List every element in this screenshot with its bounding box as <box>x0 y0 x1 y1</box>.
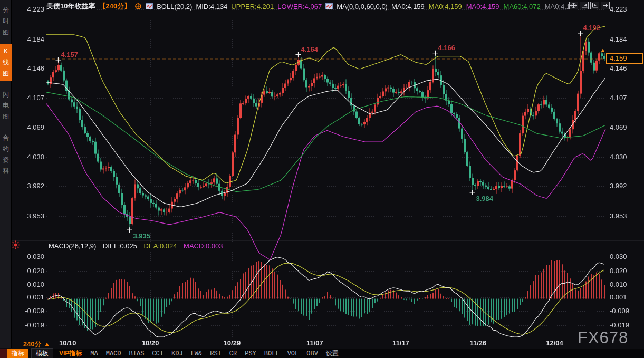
macd-axis-tick: 0.020 <box>610 267 627 275</box>
corner-icon <box>0 349 7 358</box>
chart-control-icons <box>569 2 610 9</box>
target-icon[interactable] <box>134 3 142 10</box>
toolbar-button-9[interactable]: LW& <box>188 350 205 358</box>
macd-axis-tick: 0.020 <box>21 267 44 275</box>
ma-value: MA0:4.159 <box>466 3 499 11</box>
boll-lower-value: LOWER:4.067 <box>277 3 322 11</box>
boll-label: BOLL(20,2) <box>157 3 192 11</box>
y-axis-tick: 4.223 <box>21 5 44 13</box>
watermark: FX678 <box>578 328 628 347</box>
y-axis-tick: 4.146 <box>610 64 627 72</box>
toolbar-button-4[interactable]: MA <box>88 350 100 358</box>
y-axis-tick: 4.069 <box>610 123 627 131</box>
chart-header: 美债10年收益率 【240分】 BOLL(20,2) MID:4.134 UPP… <box>46 2 586 11</box>
macd-axis-tick: 0.010 <box>21 280 44 288</box>
price-annotation: 3.984 <box>476 195 494 202</box>
period-label[interactable]: 【240分】 <box>99 2 131 11</box>
toolbar-button-12[interactable]: PSY <box>242 350 259 358</box>
macd-axis-tick: -0.019 <box>610 321 629 329</box>
boll-upper-value: UPPER:4.201 <box>231 3 274 11</box>
y-axis-tick: 4.030 <box>21 153 44 161</box>
price-annotation: 4.166 <box>438 44 456 52</box>
macd-axis-tick: 0.001 <box>610 293 627 301</box>
pan-right-icon[interactable] <box>601 2 610 9</box>
macd-axis-tick: 0.001 <box>21 293 44 301</box>
price-annotation: 3.935 <box>133 232 151 240</box>
price-annotation: 4.192 <box>583 24 601 32</box>
y-axis-tick: 4.069 <box>21 123 44 131</box>
current-price-box: 4.159 <box>606 53 643 64</box>
x-axis-label: 10/20 <box>142 339 159 347</box>
sidebar-tab-4[interactable]: 合约资料 <box>0 131 12 178</box>
y-axis-tick: 4.030 <box>610 153 627 161</box>
toolbar-button-10[interactable]: RSI <box>207 350 224 358</box>
toolbar-button-6[interactable]: BIAS <box>127 350 147 358</box>
bottom-toolbar: 指标模板VIP指标MAMACDBIASCCIKDJLW&RSICRPSYBOLL… <box>0 349 644 358</box>
ma-value: MA0:4.159 <box>391 3 425 11</box>
move-icon[interactable] <box>569 2 578 9</box>
y-axis-tick: 4.107 <box>21 94 44 102</box>
toolbar-button-2[interactable]: 模板 <box>31 348 53 358</box>
toolbar-button-16[interactable]: 设置 <box>323 349 341 358</box>
macd-axis-tick: -0.009 <box>610 307 629 315</box>
ma-values: MA0:4.159MA0:4.159MA0:4.159MA60:4.072MA0… <box>391 3 582 11</box>
boll-mid-value: MID:4.134 <box>196 3 227 11</box>
trading-app: 分时图K线图闪电图合约资料 美债10年收益率 【240分】 BOLL(20,2)… <box>0 0 644 358</box>
toolbar-button-11[interactable]: CR <box>227 350 239 358</box>
price-annotation: 4.164 <box>301 45 319 53</box>
macd-macd-value: MACD:0.003 <box>184 242 223 250</box>
sidebar-tab-1[interactable]: 分时图 <box>0 3 12 40</box>
price-annotation: 4.157 <box>61 51 79 59</box>
indicator-chart-icon[interactable] <box>146 3 153 9</box>
toolbar-button-8[interactable]: KDJ <box>169 350 186 358</box>
axis-expand-icon[interactable] <box>590 2 599 9</box>
macd-params: MACD(26,12,9) <box>49 242 96 250</box>
chart-canvas[interactable] <box>0 0 644 358</box>
axis-compress-icon[interactable] <box>580 2 589 9</box>
x-axis-label: 11/17 <box>392 339 409 347</box>
sidebar-tab-2[interactable]: K线图 <box>0 44 12 81</box>
sidebar-tab-3[interactable]: 闪电图 <box>0 88 12 124</box>
sidebar: 分时图K线图闪电图合约资料 <box>0 0 12 348</box>
y-axis-tick: 3.992 <box>21 182 44 190</box>
toolbar-button-5[interactable]: MACD <box>103 350 124 358</box>
y-axis-tick: 4.107 <box>610 94 627 102</box>
macd-axis-tick: -0.019 <box>21 321 44 329</box>
y-axis-tick: 4.146 <box>21 64 44 72</box>
y-axis-tick: 3.953 <box>21 212 44 220</box>
macd-axis-tick: -0.009 <box>21 307 44 315</box>
current-price-value: 4.159 <box>610 54 627 62</box>
macd-axis-tick: 0.010 <box>610 280 627 288</box>
x-axis-label: 11/07 <box>306 339 323 347</box>
toolbar-button-1[interactable]: 指标 <box>7 349 28 358</box>
macd-axis-tick: 0.030 <box>21 253 44 260</box>
ma-label: MA(0,0,0,60,0,0) <box>337 3 388 11</box>
ma-value: MA0:4.159 <box>429 3 462 11</box>
toolbar-button-15[interactable]: OBV <box>304 350 321 358</box>
instrument-title: 美债10年收益率 <box>46 2 95 11</box>
y-axis-tick: 3.992 <box>610 182 627 190</box>
macd-header: MACD(26,12,9) DIFF:0.025 DEA:0.024 MACD:… <box>49 242 228 250</box>
ma-value: MA60:4.072 <box>504 3 541 11</box>
y-axis-tick: 3.953 <box>610 212 627 220</box>
toolbar-button-14[interactable]: VOL <box>285 350 302 358</box>
indicator-chart-icon[interactable] <box>325 3 333 9</box>
toolbar-button-3[interactable]: VIP指标 <box>56 349 85 358</box>
x-axis-label: 10/10 <box>59 339 76 347</box>
timeframe-arrow-icon: ▲ <box>44 340 51 348</box>
x-axis-label: 10/29 <box>224 339 241 347</box>
price-up-arrow-icon: ▲ <box>600 47 605 53</box>
macd-diff-value: DIFF:0.025 <box>103 242 137 250</box>
y-axis-tick: 4.184 <box>21 35 44 43</box>
toolbar-button-13[interactable]: BOLL <box>262 350 282 358</box>
y-axis-tick: 4.223 <box>610 5 627 13</box>
y-axis-tick: 4.184 <box>610 35 627 43</box>
timeframe-label: 240分 <box>23 340 42 348</box>
macd-axis-tick: 0.030 <box>610 253 627 260</box>
x-axis-label: 11/26 <box>469 339 486 347</box>
x-axis-label: 12/04 <box>546 339 563 347</box>
macd-dea-value: DEA:0.024 <box>144 242 177 250</box>
alarm-icon[interactable] <box>11 240 20 251</box>
toolbar-button-7[interactable]: CCI <box>149 350 166 358</box>
